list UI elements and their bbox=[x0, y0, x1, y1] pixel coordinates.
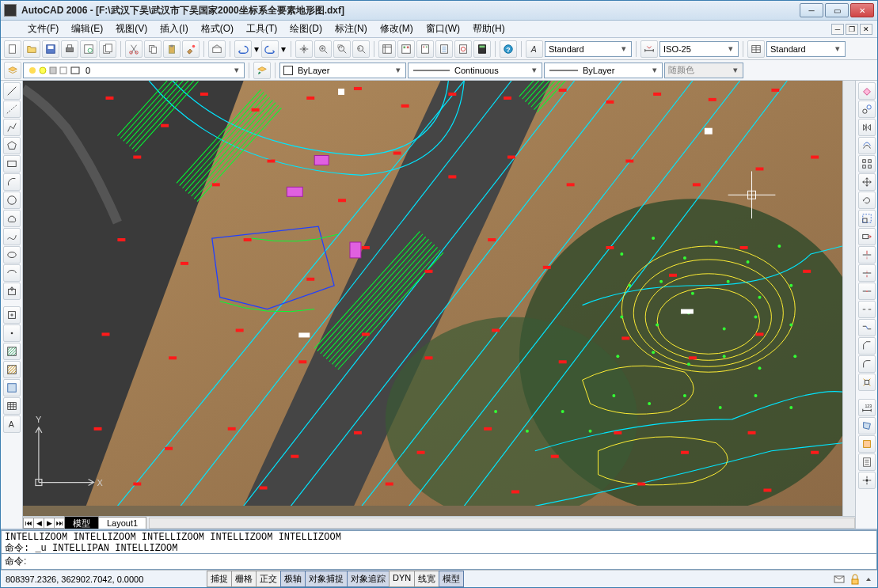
color-combo[interactable]: ByLayer ▾ bbox=[279, 63, 406, 78]
tab-layout1[interactable]: Layout1 bbox=[98, 517, 146, 529]
make-block-button[interactable] bbox=[3, 306, 21, 324]
design-center-button[interactable] bbox=[397, 40, 415, 58]
line-button[interactable] bbox=[3, 82, 21, 100]
publish-button[interactable] bbox=[99, 40, 116, 58]
polyline-button[interactable] bbox=[3, 119, 21, 136]
zoom-realtime-button[interactable] bbox=[314, 40, 332, 58]
ortho-toggle[interactable]: 正交 bbox=[256, 571, 281, 587]
rotate-button[interactable] bbox=[858, 192, 876, 209]
new-button[interactable] bbox=[4, 40, 21, 58]
table-button[interactable] bbox=[3, 397, 21, 415]
tool-palettes-button[interactable] bbox=[416, 40, 434, 58]
linetype-combo[interactable]: Continuous ▾ bbox=[408, 63, 542, 78]
layer-previous-button[interactable] bbox=[253, 62, 271, 79]
lineweight-combo[interactable]: ByLayer ▾ bbox=[544, 63, 663, 78]
cut-button[interactable] bbox=[125, 40, 143, 58]
save-button[interactable] bbox=[42, 40, 59, 58]
distance-button[interactable]: 123 bbox=[858, 399, 876, 416]
tab-model[interactable]: 模型 bbox=[64, 516, 99, 530]
dropdown-arrow-icon[interactable]: ▾ bbox=[529, 65, 540, 75]
fillet-button[interactable] bbox=[858, 355, 876, 373]
extend-button[interactable] bbox=[858, 264, 876, 282]
gradient-button[interactable] bbox=[3, 361, 21, 378]
circle-button[interactable] bbox=[3, 192, 21, 209]
dropdown-arrow-icon[interactable]: ▾ bbox=[649, 65, 660, 75]
mdi-minimize[interactable]: ─ bbox=[831, 24, 844, 35]
text-style-icon[interactable]: A bbox=[526, 40, 543, 58]
tab-prev[interactable]: ◀ bbox=[33, 518, 44, 529]
dim-style-icon[interactable] bbox=[640, 40, 658, 58]
match-properties-button[interactable] bbox=[182, 40, 200, 58]
revision-cloud-button[interactable] bbox=[3, 210, 21, 227]
vertical-scrollbar[interactable] bbox=[842, 81, 855, 516]
minimize-button[interactable]: ─ bbox=[800, 3, 823, 17]
block-editor-button[interactable] bbox=[208, 40, 226, 58]
construction-line-button[interactable] bbox=[3, 101, 21, 118]
break-button[interactable] bbox=[858, 301, 876, 318]
insert-block-button[interactable] bbox=[3, 283, 21, 300]
model-toggle[interactable]: 模型 bbox=[439, 571, 464, 587]
menu-view[interactable]: 视图(V) bbox=[109, 21, 154, 37]
hatch-button[interactable] bbox=[3, 343, 21, 360]
menu-file[interactable]: 文件(F) bbox=[21, 21, 65, 37]
region-button[interactable] bbox=[3, 379, 21, 396]
dyn-toggle[interactable]: DYN bbox=[389, 571, 415, 587]
osnap-toggle[interactable]: 对象捕捉 bbox=[305, 571, 348, 587]
pan-button[interactable] bbox=[295, 40, 313, 58]
markup-button[interactable] bbox=[454, 40, 472, 58]
layer-manager-button[interactable] bbox=[4, 62, 21, 79]
lock-icon[interactable] bbox=[849, 573, 861, 586]
area-button[interactable] bbox=[858, 417, 876, 434]
dim-style-combo[interactable]: ISO-25 ▾ bbox=[659, 41, 739, 57]
menu-dimension[interactable]: 标注(N) bbox=[329, 21, 374, 37]
copy-object-button[interactable] bbox=[858, 101, 876, 118]
menu-insert[interactable]: 插入(I) bbox=[154, 21, 194, 37]
layer-combo[interactable]: 0 ▾ bbox=[23, 63, 245, 78]
dropdown-arrow-icon[interactable]: ▾ bbox=[618, 44, 629, 54]
menu-help[interactable]: 帮助(H) bbox=[466, 21, 511, 37]
mdi-icon[interactable] bbox=[6, 24, 17, 35]
list-button[interactable] bbox=[858, 453, 876, 471]
maximize-button[interactable]: ▭ bbox=[825, 3, 849, 17]
copy-button[interactable] bbox=[144, 40, 162, 58]
menu-draw[interactable]: 绘图(D) bbox=[283, 21, 329, 37]
redo-button[interactable] bbox=[261, 40, 279, 58]
region-mass-button[interactable] bbox=[858, 435, 876, 453]
text-style-combo[interactable]: Standard ▾ bbox=[545, 41, 632, 57]
sheetset-manager-button[interactable] bbox=[435, 40, 453, 58]
menu-window[interactable]: 窗口(W) bbox=[420, 21, 466, 37]
paste-button[interactable] bbox=[163, 40, 181, 58]
menu-edit[interactable]: 编辑(E) bbox=[65, 21, 109, 37]
move-button[interactable] bbox=[858, 173, 876, 191]
dropdown-arrow-icon[interactable]: ▾ bbox=[832, 44, 843, 54]
scale-button[interactable] bbox=[858, 210, 876, 227]
tray-toggle-icon[interactable] bbox=[865, 573, 872, 586]
chamfer-button[interactable] bbox=[858, 337, 876, 355]
offset-button[interactable] bbox=[858, 137, 876, 154]
array-button[interactable] bbox=[858, 155, 876, 173]
menu-tools[interactable]: 工具(T) bbox=[240, 21, 283, 37]
grid-toggle[interactable]: 栅格 bbox=[231, 571, 257, 587]
table-style-combo[interactable]: Standard ▾ bbox=[766, 41, 846, 57]
break-at-point-button[interactable] bbox=[858, 283, 876, 300]
open-button[interactable] bbox=[23, 40, 40, 58]
rectangle-button[interactable] bbox=[3, 155, 21, 173]
polar-toggle[interactable]: 极轴 bbox=[280, 571, 306, 587]
mdi-restore[interactable]: ❐ bbox=[846, 24, 858, 35]
coordinates-display[interactable]: 808397.2326, 362902.7042, 0.0000 bbox=[1, 575, 199, 584]
dropdown-arrow-icon[interactable]: ▾ bbox=[393, 65, 404, 75]
horizontal-scrollbar[interactable] bbox=[149, 518, 855, 529]
mirror-button[interactable] bbox=[858, 119, 876, 136]
plot-preview-button[interactable] bbox=[80, 40, 97, 58]
polygon-button[interactable] bbox=[3, 137, 21, 154]
otrack-toggle[interactable]: 对象追踪 bbox=[347, 571, 390, 587]
command-input[interactable] bbox=[29, 556, 873, 567]
zoom-previous-button[interactable] bbox=[352, 40, 370, 58]
join-button[interactable] bbox=[858, 319, 876, 336]
mtext-button[interactable]: A bbox=[3, 415, 21, 433]
close-button[interactable]: ✕ bbox=[850, 3, 874, 17]
trim-button[interactable] bbox=[858, 246, 876, 264]
print-button[interactable] bbox=[61, 40, 78, 58]
spline-button[interactable] bbox=[3, 228, 21, 245]
explode-button[interactable] bbox=[858, 374, 876, 391]
